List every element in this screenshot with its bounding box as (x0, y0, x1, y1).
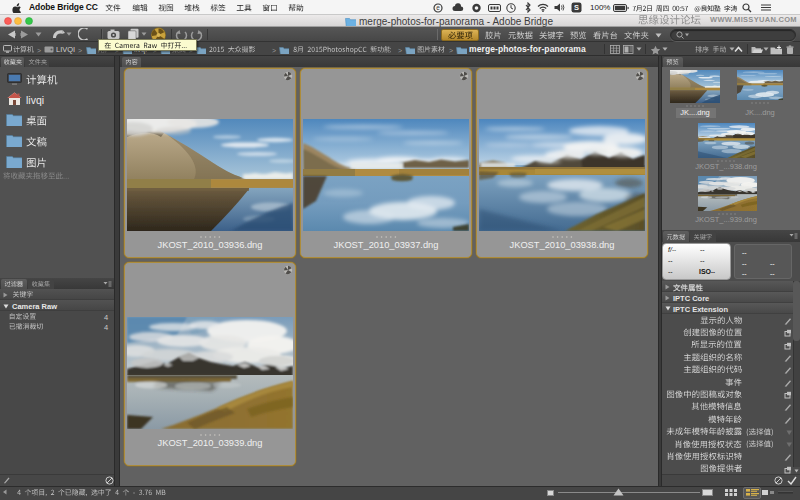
svg-text:e: e (436, 4, 440, 11)
svg-text:S: S (574, 3, 579, 12)
